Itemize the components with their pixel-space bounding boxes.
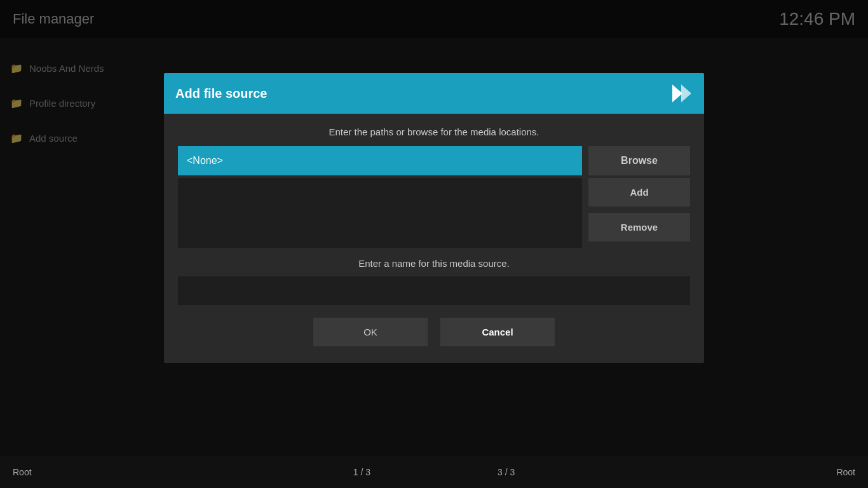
- path-row: Browse: [178, 146, 690, 175]
- ok-button[interactable]: OK: [313, 318, 428, 346]
- footer: Root 1 / 3 3 / 3 Root: [0, 456, 868, 488]
- footer-pagination-left: 1 / 3: [353, 467, 370, 477]
- svg-marker-0: [672, 85, 682, 102]
- footer-right: Root: [836, 467, 855, 477]
- footer-center: 1 / 3 3 / 3: [353, 467, 515, 477]
- dialog-header: Add file source: [164, 73, 704, 114]
- svg-marker-1: [681, 85, 691, 102]
- browse-button[interactable]: Browse: [588, 146, 690, 175]
- dialog-footer: OK Cancel: [178, 318, 690, 350]
- name-input[interactable]: [178, 276, 690, 305]
- dialog-body: Enter the paths or browse for the media …: [164, 114, 704, 363]
- paths-buttons: Add Remove: [588, 178, 690, 248]
- cancel-button[interactable]: Cancel: [440, 318, 555, 346]
- paths-area: Add Remove: [178, 178, 690, 248]
- kodi-logo-icon: [670, 82, 693, 105]
- footer-left: Root: [13, 467, 32, 477]
- remove-button[interactable]: Remove: [588, 213, 690, 241]
- path-instruction: Enter the paths or browse for the media …: [178, 126, 690, 137]
- name-instruction: Enter a name for this media source.: [178, 258, 690, 269]
- footer-pagination-right: 3 / 3: [498, 467, 515, 477]
- paths-list: [178, 178, 582, 248]
- dialog-title: Add file source: [175, 86, 267, 101]
- path-input[interactable]: [178, 146, 582, 175]
- add-button[interactable]: Add: [588, 178, 690, 207]
- add-file-source-dialog: Add file source Enter the paths or brows…: [164, 73, 704, 363]
